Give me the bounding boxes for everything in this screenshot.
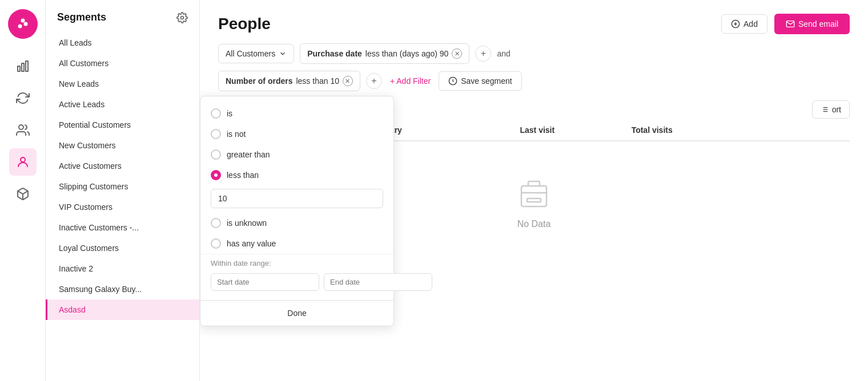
sidebar-item-new-leads[interactable]: New Leads <box>46 74 199 94</box>
send-email-button[interactable]: Send email <box>774 14 850 34</box>
start-date-input[interactable] <box>211 273 319 291</box>
sidebar-list: All Leads All Customers New Leads Active… <box>46 33 199 329</box>
filter2-value: less than 10 <box>296 76 339 86</box>
segment-select[interactable]: All Customers <box>218 44 294 63</box>
sidebar-item-active-leads[interactable]: Active Leads <box>46 94 199 115</box>
svg-rect-22 <box>527 198 541 202</box>
radio-less-than <box>211 170 221 180</box>
option-greater-than-label: greater than <box>227 150 270 159</box>
analytics-nav-icon[interactable] <box>9 52 37 80</box>
option-less-than-label: less than <box>227 171 259 180</box>
main-header: People Add Send email <box>200 0 868 43</box>
contacts-nav-icon[interactable] <box>9 116 37 144</box>
filter1-add-icon[interactable]: + <box>475 46 491 62</box>
col-total-visits: Total visits <box>627 125 738 135</box>
filter-bar-2: Number of orders less than 10 ✕ + + Add … <box>200 71 868 91</box>
header-actions: Add Send email <box>721 14 850 34</box>
col-last-visit: Last visit <box>515 125 626 135</box>
sidebar-header: Segments <box>46 0 199 33</box>
filter-chip-purchase-date: Purchase date less than (days ago) 90 ✕ <box>300 43 469 64</box>
svg-rect-20 <box>521 186 546 206</box>
sidebar-item-all-leads[interactable]: All Leads <box>46 33 199 53</box>
add-filter-button[interactable]: + Add Filter <box>388 72 433 90</box>
option-is-not-label: is not <box>227 129 246 139</box>
filter1-key: Purchase date <box>307 49 362 58</box>
segment-label: All Customers <box>226 49 275 58</box>
sidebar-item-new-customers[interactable]: New Customers <box>46 135 199 156</box>
save-segment-button[interactable]: Save segment <box>439 71 522 91</box>
main-content: People Add Send email All Customers Purc… <box>200 0 868 381</box>
sidebar-title: Segments <box>57 11 106 23</box>
sidebar-item-vip-customers[interactable]: VIP Customers <box>46 197 199 217</box>
option-greater-than[interactable]: greater than <box>200 144 393 165</box>
sidebar-item-loyal-customers[interactable]: Loyal Customers <box>46 238 199 258</box>
add-button[interactable]: Add <box>721 14 767 34</box>
filter2-add-icon[interactable]: + <box>366 73 382 89</box>
svg-point-7 <box>21 157 25 162</box>
filter-chip-orders: Number of orders less than 10 ✕ <box>218 71 360 91</box>
date-range-row <box>200 270 393 295</box>
within-date-range-label: Within date range: <box>200 254 393 270</box>
radio-is <box>211 108 221 119</box>
sort-button-label: ort <box>832 105 841 114</box>
dropdown-value-input-row <box>200 185 393 213</box>
settings-icon[interactable] <box>176 12 188 23</box>
app-logo[interactable] <box>8 9 38 39</box>
radio-is-unknown <box>211 218 221 228</box>
end-date-input[interactable] <box>324 273 432 291</box>
sidebar: Segments All Leads All Customers New Lea… <box>46 0 200 381</box>
option-has-any-value[interactable]: has any value <box>200 233 393 254</box>
filter1-close-icon[interactable]: ✕ <box>452 48 462 59</box>
sidebar-item-inactive-2[interactable]: Inactive 2 <box>46 258 199 279</box>
option-is-unknown-label: is unknown <box>227 218 267 228</box>
sidebar-item-asdasd[interactable]: Asdasd <box>46 299 199 320</box>
filter2-key: Number of orders <box>226 76 292 86</box>
filter2-close-icon[interactable]: ✕ <box>343 76 353 86</box>
page-title: People <box>218 15 271 33</box>
filter-dropdown-popup: is is not greater than less than <box>200 96 394 326</box>
sidebar-item-potential-customers[interactable]: Potential Customers <box>46 115 199 135</box>
radio-is-not <box>211 129 221 139</box>
no-data-text: No Data <box>517 219 551 229</box>
svg-rect-4 <box>22 63 24 71</box>
sidebar-item-samsung[interactable]: Samsung Galaxy Buy... <box>46 279 199 299</box>
svg-point-0 <box>18 25 22 29</box>
people-nav-icon[interactable] <box>9 148 37 176</box>
svg-rect-5 <box>26 61 28 71</box>
sidebar-item-active-customers[interactable]: Active Customers <box>46 156 199 176</box>
radio-greater-than <box>211 149 221 160</box>
radio-has-any-value <box>211 238 221 249</box>
svg-point-9 <box>181 16 184 19</box>
sort-button[interactable]: ort <box>812 100 850 119</box>
svg-point-2 <box>21 19 25 23</box>
svg-rect-3 <box>18 66 20 71</box>
dropdown-value-input[interactable] <box>211 189 383 208</box>
dropdown-options: is is not greater than less than <box>200 96 393 300</box>
dropdown-done-button[interactable]: Done <box>200 300 393 326</box>
option-is[interactable]: is <box>200 103 393 124</box>
sync-nav-icon[interactable] <box>9 84 37 112</box>
sidebar-item-all-customers[interactable]: All Customers <box>46 53 199 74</box>
and-label: and <box>497 49 510 58</box>
products-nav-icon[interactable] <box>9 180 37 208</box>
icon-bar <box>0 0 46 381</box>
filter-bar-1: All Customers Purchase date less than (d… <box>200 43 868 71</box>
option-less-than[interactable]: less than <box>200 165 393 185</box>
sidebar-item-inactive-customers[interactable]: Inactive Customers -... <box>46 217 199 238</box>
option-is-not[interactable]: is not <box>200 124 393 144</box>
svg-point-1 <box>23 22 27 26</box>
option-is-label: is <box>227 109 232 118</box>
filter1-value: less than (days ago) 90 <box>365 49 449 58</box>
option-is-unknown[interactable]: is unknown <box>200 213 393 233</box>
sidebar-item-slipping-customers[interactable]: Slipping Customers <box>46 176 199 197</box>
option-has-any-value-label: has any value <box>227 239 276 248</box>
svg-point-6 <box>19 125 23 129</box>
